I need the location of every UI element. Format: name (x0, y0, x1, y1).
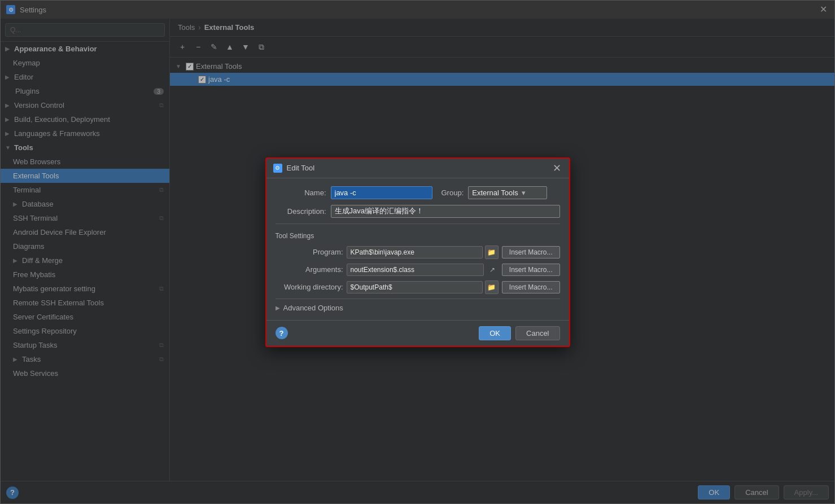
tool-settings-section: Tool Settings Program: 📁 Insert Macro...… (276, 223, 560, 294)
modal-overlay: ⚙ Edit Tool ✕ Name: Group: External Tool… (1, 1, 834, 503)
dialog-body: Name: Group: External Tools ▾ Descriptio… (266, 178, 569, 320)
dialog-icon: ⚙ (273, 164, 282, 173)
program-insert-macro-button[interactable]: Insert Macro... (502, 246, 560, 258)
dialog-cancel-button[interactable]: Cancel (515, 326, 559, 340)
arguments-insert-macro-button[interactable]: Insert Macro... (502, 264, 560, 276)
name-group-row: Name: Group: External Tools ▾ (276, 186, 560, 199)
description-label: Description: (276, 207, 326, 216)
dialog-close-button[interactable]: ✕ (552, 163, 562, 173)
dialog-footer: ? OK Cancel (266, 320, 569, 346)
dialog-title-bar: ⚙ Edit Tool ✕ (266, 159, 569, 178)
group-label: Group: (441, 189, 464, 197)
description-input[interactable] (331, 205, 560, 218)
group-select[interactable]: External Tools ▾ (468, 186, 547, 199)
advanced-options-label: Advanced Options (283, 304, 343, 312)
dialog-help-button[interactable]: ? (276, 327, 288, 339)
edit-tool-dialog: ⚙ Edit Tool ✕ Name: Group: External Tool… (265, 157, 570, 347)
name-label: Name: (276, 189, 326, 197)
arguments-row: Arguments: ↗ Insert Macro... (276, 264, 560, 276)
tool-settings-label: Tool Settings (276, 232, 560, 240)
arguments-label: Arguments: (276, 265, 343, 274)
dropdown-arrow-icon: ▾ (522, 189, 526, 197)
program-browse-button[interactable]: 📁 (485, 246, 499, 259)
working-dir-insert-macro-button[interactable]: Insert Macro... (502, 281, 560, 293)
working-dir-browse-button[interactable]: 📁 (485, 281, 499, 294)
working-dir-row: Working directory: 📁 Insert Macro... (276, 281, 560, 294)
program-input[interactable] (347, 246, 483, 258)
arguments-input[interactable] (347, 264, 484, 276)
arguments-expand-button[interactable]: ↗ (486, 264, 499, 276)
program-row: Program: 📁 Insert Macro... (276, 246, 560, 259)
advanced-arrow-icon: ▶ (276, 305, 280, 311)
group-row: Group: External Tools ▾ (441, 186, 548, 199)
program-label: Program: (276, 248, 343, 256)
advanced-options-row[interactable]: ▶ Advanced Options (276, 299, 560, 312)
description-row: Description: (276, 205, 560, 218)
working-dir-input[interactable] (347, 281, 483, 293)
name-input[interactable] (331, 186, 432, 199)
dialog-title: Edit Tool (287, 164, 548, 172)
working-dir-label: Working directory: (276, 283, 343, 291)
dialog-ok-button[interactable]: OK (479, 326, 511, 340)
